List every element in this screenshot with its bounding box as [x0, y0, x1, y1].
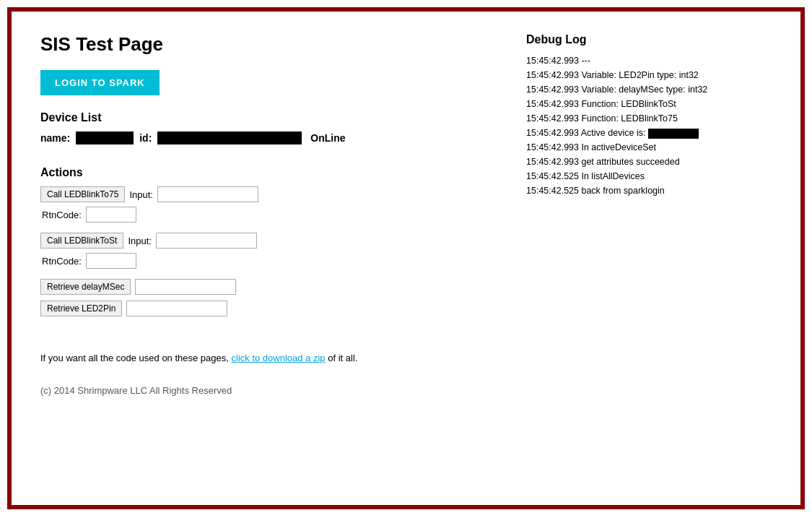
blinkst-input[interactable] [156, 233, 257, 249]
name-label: name: [40, 132, 70, 144]
debug-log-title: Debug Log [526, 33, 772, 46]
login-to-spark-button[interactable]: LOGIN TO SPARK [40, 70, 160, 95]
blinkst-button[interactable]: Call LEDBlinkToSt [40, 233, 123, 249]
retrieve-led-row: Retrieve LED2Pin [40, 301, 497, 316]
actions-section: Actions Call LEDBlinkTo75 Input: RtnCode… [40, 166, 497, 316]
debug-line-0: 15:45:42.993 --- [526, 53, 772, 68]
blink75-button[interactable]: Call LEDBlinkTo75 [40, 186, 125, 202]
blink75-input[interactable] [157, 186, 258, 202]
retrieve-delay-row: Retrieve delayMSec [40, 279, 497, 295]
device-status: OnLine [310, 132, 345, 144]
debug-line-9: 15:45:42.525 back from sparklogin [526, 184, 772, 198]
blink75-rtncode-label: RtnCode: [42, 210, 82, 220]
device-row: name: id: OnLine [40, 131, 497, 144]
debug-line-2: 15:45:42.993 Variable: delayMSec type: i… [526, 82, 772, 97]
id-label: id: [139, 132, 152, 144]
footer-text-before: If you want all the code used on these p… [40, 353, 232, 363]
page-container: SIS Test Page LOGIN TO SPARK Device List… [12, 12, 800, 503]
blink75-action-row: Call LEDBlinkTo75 Input: [40, 186, 497, 202]
blink75-rtncode-row: RtnCode: [42, 207, 497, 223]
retrieve-delay-input[interactable] [135, 279, 236, 295]
debug-line-7: 15:45:42.993 get attributes succeeded [526, 155, 772, 169]
outer-border: SIS Test Page LOGIN TO SPARK Device List… [7, 7, 805, 509]
blink75-rtncode-input[interactable] [86, 207, 136, 223]
device-list-section: Device List name: id: OnLine [40, 111, 497, 144]
debug-line-3: 15:45:42.993 Function: LEDBlinkToSt [526, 97, 772, 111]
blinkst-action-row: Call LEDBlinkToSt Input: [40, 233, 497, 249]
copyright: (c) 2014 Shrimpware LLC All Rights Reser… [40, 385, 497, 396]
actions-title: Actions [40, 166, 497, 179]
debug-line-6: 15:45:42.993 In activeDeviceSet [526, 140, 772, 155]
footer-text: If you want all the code used on these p… [40, 353, 497, 363]
debug-line-8: 15:45:42.525 In listAllDevices [526, 169, 772, 184]
left-panel: SIS Test Page LOGIN TO SPARK Device List… [40, 33, 526, 396]
blinkst-rtncode-row: RtnCode: [42, 253, 497, 269]
blinkst-input-label: Input: [128, 236, 152, 246]
debug-line-5: 15:45:42.993 Active device is: [526, 126, 772, 140]
right-panel: Debug Log 15:45:42.993 --- 15:45:42.993 … [526, 33, 772, 198]
active-device-redacted [648, 129, 699, 139]
retrieve-led-button[interactable]: Retrieve LED2Pin [40, 301, 122, 316]
blinkst-rtncode-label: RtnCode: [42, 256, 82, 267]
device-name-value [76, 131, 134, 144]
device-list-title: Device List [40, 111, 497, 124]
retrieve-delay-button[interactable]: Retrieve delayMSec [40, 279, 131, 295]
debug-line-1: 15:45:42.993 Variable: LED2Pin type: int… [526, 68, 772, 82]
download-zip-link[interactable]: click to download a zip [232, 353, 326, 363]
footer-text-after: of it all. [326, 353, 358, 363]
blink75-input-label: Input: [129, 189, 153, 200]
debug-line-4: 15:45:42.993 Function: LEDBlinkTo75 [526, 111, 772, 126]
debug-log: 15:45:42.993 --- 15:45:42.993 Variable: … [526, 53, 772, 198]
blinkst-rtncode-input[interactable] [86, 253, 136, 269]
page-title: SIS Test Page [40, 33, 497, 56]
retrieve-led-input[interactable] [126, 301, 227, 316]
device-id-value [157, 131, 302, 144]
